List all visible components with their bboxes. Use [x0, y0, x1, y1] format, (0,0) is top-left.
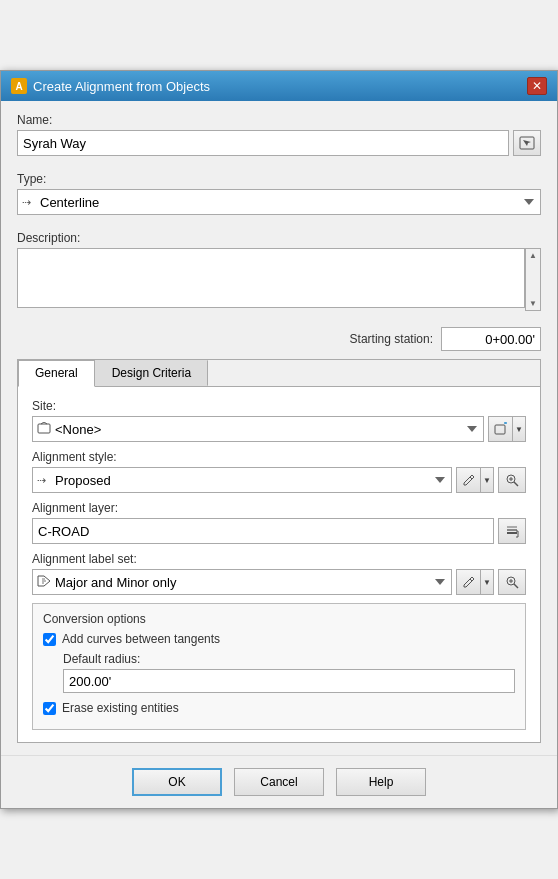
svg-line-11	[514, 584, 518, 588]
alignment-label-select-wrapper: Major and Minor only	[32, 569, 452, 595]
alignment-style-split-button: ▼	[456, 467, 494, 493]
alignment-layer-label: Alignment layer:	[32, 501, 526, 515]
alignment-style-group: Alignment style: ⇢ Proposed	[32, 450, 526, 493]
app-icon: A	[11, 78, 27, 94]
cursor-icon	[519, 136, 535, 150]
title-bar: A Create Alignment from Objects ✕	[1, 71, 557, 101]
erase-entities-row: Erase existing entities	[43, 701, 515, 715]
alignment-label-set-row: Major and Minor only ▼	[32, 569, 526, 595]
alignment-label-edit-button[interactable]	[456, 569, 480, 595]
alignment-style-select[interactable]: Proposed	[32, 467, 452, 493]
name-input[interactable]	[17, 130, 509, 156]
type-label: Type:	[17, 172, 541, 186]
description-group: Description: ▲ ▼	[17, 231, 541, 311]
dialog-body: Name: Type: ⇢ Centerline	[1, 101, 557, 755]
alignment-label-select[interactable]: Major and Minor only	[32, 569, 452, 595]
name-row	[17, 130, 541, 156]
tab-general[interactable]: General	[18, 360, 95, 387]
starting-station-label: Starting station:	[350, 332, 433, 346]
ok-button[interactable]: OK	[132, 768, 222, 796]
tab-design-criteria[interactable]: Design Criteria	[95, 360, 208, 386]
description-input[interactable]	[17, 248, 525, 308]
cancel-button[interactable]: Cancel	[234, 768, 324, 796]
svg-rect-2	[495, 425, 505, 434]
tabs-header: General Design Criteria	[18, 360, 540, 387]
add-curves-checkbox[interactable]	[43, 633, 56, 646]
zoom-icon	[505, 473, 519, 487]
add-curves-label[interactable]: Add curves between tangents	[62, 632, 220, 646]
site-row: <None> ▼	[32, 416, 526, 442]
starting-station-row: Starting station:	[17, 327, 541, 351]
tab-content-general: Site: <None>	[18, 387, 540, 742]
zoom-label-icon	[505, 575, 519, 589]
alignment-layer-row	[32, 518, 526, 544]
type-select[interactable]: Centerline	[17, 189, 541, 215]
default-radius-input[interactable]	[63, 669, 515, 693]
close-button[interactable]: ✕	[527, 77, 547, 95]
tabs-container: General Design Criteria Site:	[17, 359, 541, 743]
scroll-up-icon[interactable]: ▲	[527, 249, 539, 262]
alignment-label-arrow[interactable]: ▼	[480, 569, 494, 595]
name-pick-button[interactable]	[513, 130, 541, 156]
site-dropdown-arrow[interactable]: ▼	[512, 416, 526, 442]
type-group: Type: ⇢ Centerline	[17, 172, 541, 215]
alignment-style-label: Alignment style:	[32, 450, 526, 464]
alignment-style-arrow[interactable]: ▼	[480, 467, 494, 493]
dialog-buttons: OK Cancel Help	[1, 755, 557, 808]
site-split-button: ▼	[488, 416, 526, 442]
edit-icon	[462, 473, 476, 487]
scroll-down-icon[interactable]: ▼	[527, 297, 539, 310]
svg-rect-7	[507, 532, 517, 534]
help-button[interactable]: Help	[336, 768, 426, 796]
alignment-style-edit-button[interactable]	[456, 467, 480, 493]
alignment-layer-browse-button[interactable]	[498, 518, 526, 544]
description-label: Description:	[17, 231, 541, 245]
description-scrollbar[interactable]: ▲ ▼	[525, 248, 541, 311]
site-group: Site: <None>	[32, 399, 526, 442]
erase-entities-label[interactable]: Erase existing entities	[62, 701, 179, 715]
alignment-style-row: ⇢ Proposed ▼	[32, 467, 526, 493]
site-select-wrapper: <None>	[32, 416, 484, 442]
default-radius-label: Default radius:	[63, 652, 515, 666]
edit-label-icon	[462, 575, 476, 589]
site-new-button[interactable]	[488, 416, 512, 442]
svg-line-4	[514, 482, 518, 486]
site-select[interactable]: <None>	[32, 416, 484, 442]
type-select-wrapper: ⇢ Centerline	[17, 189, 541, 215]
add-curves-row: Add curves between tangents	[43, 632, 515, 646]
dialog-window: A Create Alignment from Objects ✕ Name: …	[0, 70, 558, 809]
erase-entities-checkbox[interactable]	[43, 702, 56, 715]
name-group: Name:	[17, 113, 541, 156]
conversion-title: Conversion options	[43, 612, 515, 626]
layers-icon	[505, 524, 519, 538]
alignment-layer-input[interactable]	[32, 518, 494, 544]
alignment-label-set-group: Alignment label set: Major and Minor onl…	[32, 552, 526, 595]
name-label: Name:	[17, 113, 541, 127]
alignment-label-set-label: Alignment label set:	[32, 552, 526, 566]
alignment-label-zoom-button[interactable]	[498, 569, 526, 595]
alignment-style-zoom-button[interactable]	[498, 467, 526, 493]
svg-rect-9	[507, 526, 517, 528]
svg-rect-8	[507, 529, 517, 531]
conversion-options-group: Conversion options Add curves between ta…	[32, 603, 526, 730]
description-wrapper: ▲ ▼	[17, 248, 541, 311]
starting-station-input[interactable]	[441, 327, 541, 351]
dialog-title: Create Alignment from Objects	[33, 79, 210, 94]
site-label: Site:	[32, 399, 526, 413]
alignment-layer-group: Alignment layer:	[32, 501, 526, 544]
alignment-style-select-wrapper: ⇢ Proposed	[32, 467, 452, 493]
site-new-icon	[494, 422, 508, 436]
alignment-label-split-button: ▼	[456, 569, 494, 595]
